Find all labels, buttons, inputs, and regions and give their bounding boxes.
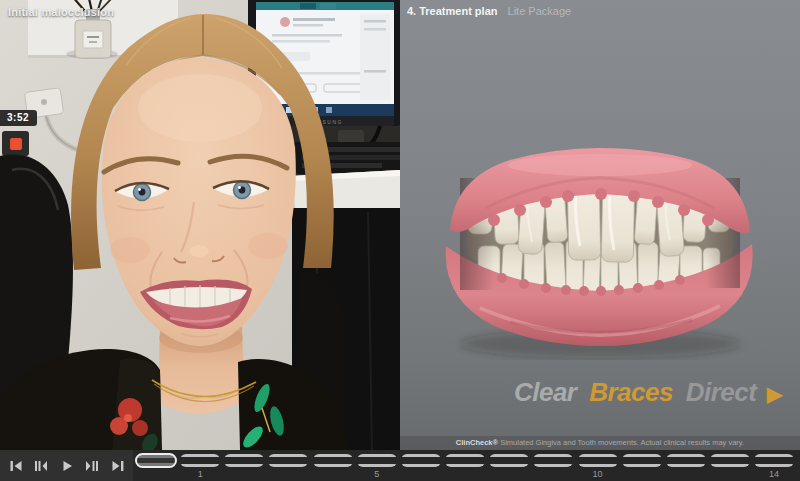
timeline-stage-14[interactable] [754,454,794,467]
brand-watermark: Clear Braces Direct ▶ [514,377,782,408]
video-call-panel: SAMSUNG [0,0,400,450]
play-icon [60,459,74,473]
stage-timeline: 151014 [133,450,800,481]
timeline-stage-12[interactable] [666,454,706,467]
player-buttons [0,450,133,481]
timeline-stage-6[interactable] [401,454,441,467]
skip-to-start-icon [9,459,23,473]
timeline-stage-1[interactable] [180,454,220,467]
timeline-stage-9[interactable] [533,454,573,467]
panel-header: 4. Treatment plan Lite Package [407,5,571,17]
timeline-stage-11[interactable] [622,454,662,467]
teeth-3d-model[interactable] [440,138,760,360]
webcam-scene: SAMSUNG [0,0,400,450]
timeline-tick-1: 1 [198,469,203,479]
timeline-stage-13[interactable] [710,454,750,467]
record-stop-icon [10,138,22,150]
recording-timer: 3:52 [0,110,37,126]
step-forward-icon [85,459,99,473]
go-to-last-stage-button[interactable] [108,457,128,475]
skip-to-end-icon [111,459,125,473]
watermark-word-clear: Clear [514,377,577,407]
timeline-stage-2[interactable] [224,454,264,467]
disclaimer-text: Simulated Gingiva and Tooth movements. A… [498,438,744,447]
stop-recording-button[interactable] [2,131,29,156]
clincheck-disclaimer: ClinCheck® Simulated Gingiva and Tooth m… [400,436,800,450]
timeline-stage-0-current[interactable] [135,453,177,468]
watermark-arrow-icon: ▶ [767,383,782,405]
panel-title: 4. Treatment plan [407,5,497,17]
timeline-tick-5: 5 [374,469,379,479]
timeline-stage-3[interactable] [268,454,308,467]
timeline-tick-14: 14 [769,469,779,479]
timeline-stage-5[interactable] [357,454,397,467]
timeline-stage-4[interactable] [313,454,353,467]
watermark-word-direct: Direct [686,377,757,407]
step-forward-button[interactable] [82,457,102,475]
watermark-word-braces: Braces [589,377,673,407]
timeline-stage-8[interactable] [489,454,529,467]
package-label: Lite Package [508,5,572,17]
timeline-tick-10: 10 [592,469,602,479]
stage-label: Initial malocclusion [8,6,114,18]
disclaimer-brand: ClinCheck® [456,438,498,447]
step-back-icon [34,459,48,473]
timeline-stage-7[interactable] [445,454,485,467]
play-button[interactable] [57,457,77,475]
teeth-model-render [440,138,760,360]
timeline-stage-10[interactable] [578,454,618,467]
step-back-button[interactable] [31,457,51,475]
clincheck-consult-window: SAMSUNG [0,0,800,481]
playback-control-bar: 151014 [0,450,800,481]
treatment-viewer-panel: 4. Treatment plan Lite Package [400,0,800,450]
go-to-first-stage-button[interactable] [6,457,26,475]
